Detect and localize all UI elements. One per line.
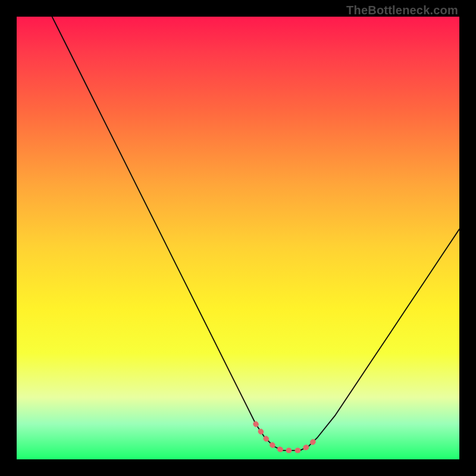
ideal-zone-marker [256, 424, 318, 451]
bottleneck-curve [52, 17, 460, 450]
chart-frame: TheBottleneck.com [0, 0, 476, 476]
curve-layer [17, 17, 459, 459]
watermark-text: TheBottleneck.com [346, 4, 458, 17]
plot-area [17, 17, 459, 459]
